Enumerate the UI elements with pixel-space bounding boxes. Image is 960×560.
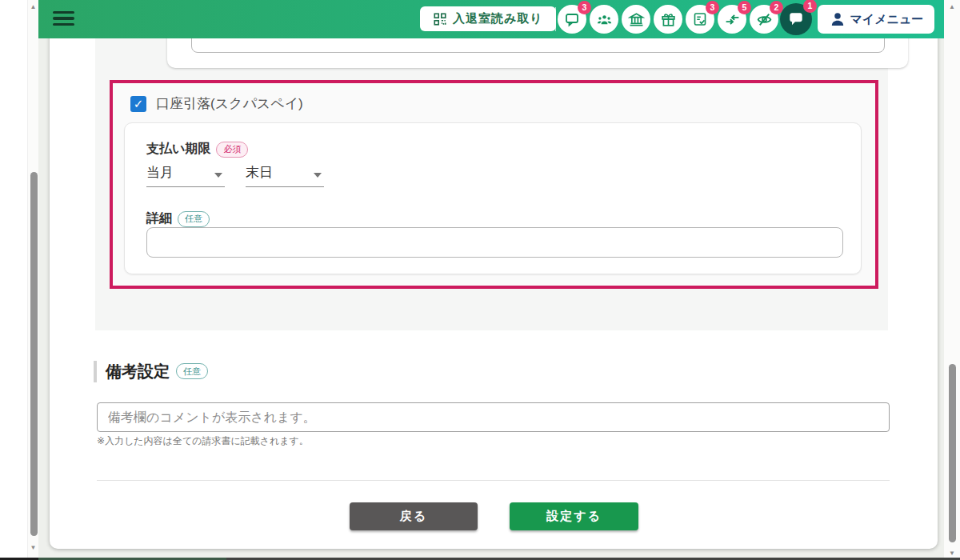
checklist-icon bbox=[692, 11, 708, 27]
detail-input[interactable] bbox=[146, 227, 843, 258]
qr-scan-icon bbox=[433, 12, 447, 26]
bank-icon bbox=[628, 11, 645, 28]
badge-count: 1 bbox=[803, 0, 817, 13]
header-icon-gift[interactable] bbox=[654, 5, 682, 34]
remarks-title: 備考設定 bbox=[106, 361, 170, 382]
account-debit-checkbox[interactable]: ✓ bbox=[130, 96, 146, 112]
main-form-card: ✓ 口座引落(スクパスペイ) 支払い期限 必須 当月 末日 詳細 bbox=[50, 14, 938, 549]
my-menu-button[interactable]: マイメニュー bbox=[818, 5, 934, 34]
badge-count: 5 bbox=[738, 1, 751, 14]
badge-count: 3 bbox=[706, 1, 719, 14]
left-scrollbar-thumb[interactable] bbox=[30, 172, 38, 536]
people-icon bbox=[596, 11, 613, 28]
header-icon-transfer[interactable]: 5 bbox=[718, 5, 746, 34]
account-debit-highlight-section: ✓ 口座引落(スクパスペイ) 支払い期限 必須 当月 末日 詳細 bbox=[110, 80, 878, 289]
gift-icon bbox=[660, 11, 677, 28]
scroll-down-icon[interactable]: ▼ bbox=[944, 550, 960, 558]
month-select-value: 当月 bbox=[146, 165, 174, 180]
back-button[interactable]: 戻る bbox=[350, 502, 478, 530]
eye-off-icon bbox=[756, 11, 773, 28]
account-debit-row: ✓ 口座引落(スクパスペイ) bbox=[130, 94, 303, 113]
header-icon-checklist[interactable]: 3 bbox=[686, 5, 714, 34]
remarks-heading-row: 備考設定 任意 bbox=[94, 361, 208, 382]
my-menu-label: マイメニュー bbox=[850, 12, 924, 27]
payment-deadline-card: 支払い期限 必須 当月 末日 詳細 任意 bbox=[124, 122, 862, 274]
hamburger-menu-icon[interactable] bbox=[53, 11, 74, 27]
header-divider bbox=[555, 7, 556, 31]
header-icon-people[interactable] bbox=[590, 5, 618, 34]
header-icon-chat[interactable]: 3 bbox=[558, 5, 586, 34]
day-select[interactable]: 末日 bbox=[246, 163, 324, 187]
app-window: ▲ ▼ ▲ ▼ ✓ 口座引落(スクパスペイ) 支払い期限 必須 bbox=[0, 0, 960, 560]
payment-deadline-label: 支払い期限 bbox=[146, 141, 210, 158]
remarks-input[interactable] bbox=[97, 402, 890, 432]
header-icon-bank[interactable] bbox=[622, 5, 650, 34]
day-select-value: 末日 bbox=[246, 165, 273, 180]
optional-badge: 任意 bbox=[178, 211, 210, 227]
header-icon-eye-off[interactable]: 2 bbox=[750, 5, 778, 34]
entry-exit-scan-button[interactable]: 入退室読み取り bbox=[420, 6, 556, 31]
chat-filled-icon bbox=[787, 10, 805, 28]
chat-icon bbox=[564, 11, 580, 27]
scroll-up-icon[interactable]: ▲ bbox=[944, 3, 960, 11]
heading-accent-bar bbox=[94, 361, 97, 382]
submit-button[interactable]: 設定する bbox=[510, 502, 638, 530]
chevron-down-icon bbox=[314, 173, 322, 178]
transfer-arrows-icon bbox=[724, 11, 741, 28]
person-icon bbox=[829, 10, 846, 28]
section-divider bbox=[97, 480, 890, 481]
month-select[interactable]: 当月 bbox=[146, 163, 225, 187]
right-scrollbar-thumb[interactable] bbox=[949, 364, 956, 542]
optional-badge: 任意 bbox=[176, 363, 208, 379]
badge-count: 3 bbox=[578, 1, 591, 14]
detail-label: 詳細 bbox=[146, 210, 172, 227]
right-scrollbar[interactable]: ▲ ▼ bbox=[944, 0, 960, 560]
entry-exit-scan-label: 入退室読み取り bbox=[453, 11, 543, 26]
chevron-down-icon bbox=[214, 173, 222, 178]
required-badge: 必須 bbox=[216, 142, 248, 158]
header-icon-chat-dark[interactable]: 1 bbox=[780, 3, 812, 35]
scroll-down-icon[interactable]: ▼ bbox=[28, 544, 38, 552]
account-debit-label: 口座引落(スクパスペイ) bbox=[156, 94, 303, 113]
app-header: 入退室読み取り 3 bbox=[38, 0, 944, 38]
left-scrollbar[interactable]: ▲ ▼ bbox=[27, 0, 38, 560]
scroll-up-icon[interactable]: ▲ bbox=[28, 3, 38, 11]
remarks-note: ※入力した内容は全ての請求書に記載されます。 bbox=[97, 434, 309, 448]
